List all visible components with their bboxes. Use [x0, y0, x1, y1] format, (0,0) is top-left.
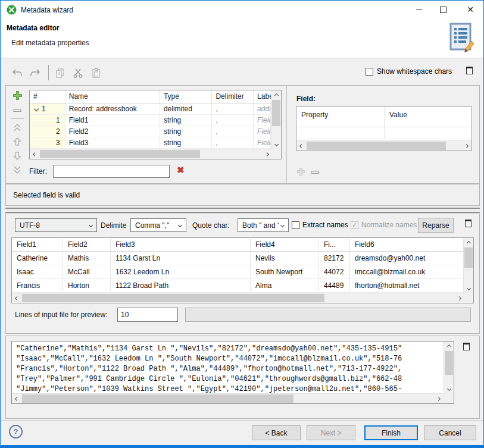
scrollbar-thumb[interactable] [22, 294, 324, 302]
grid-row-field[interactable]: 3Field3string,Field. [30, 137, 271, 149]
scroll-down-arrow[interactable] [271, 139, 282, 149]
field-add-button[interactable] [296, 167, 305, 176]
grid-row-field[interactable]: 2Field2string,Field. [30, 126, 271, 137]
col-header-delimiter[interactable]: Delimiter [212, 90, 254, 103]
field-empty-row[interactable] [296, 127, 471, 139]
move-down-button[interactable] [11, 150, 24, 162]
preview-col-header[interactable]: Field2 [63, 238, 111, 251]
scroll-up-arrow[interactable] [464, 238, 474, 248]
checkbox-box[interactable] [366, 68, 373, 76]
move-up-button[interactable] [11, 136, 24, 148]
move-bottom-button[interactable] [11, 164, 24, 176]
help-button[interactable]: ? [9, 425, 23, 438]
grid-cell-type[interactable]: delimited [160, 104, 213, 114]
reparse-button[interactable]: Reparse [418, 218, 454, 233]
grid-horizontal-scrollbar[interactable] [30, 149, 272, 159]
col-header-property[interactable]: Property [296, 107, 385, 127]
grid-cell-delimiter[interactable]: , [212, 137, 254, 148]
move-top-button[interactable] [11, 121, 24, 133]
grid-cell-name[interactable]: Field2 [65, 126, 160, 137]
grid-cell-type[interactable]: string [160, 126, 213, 137]
preview-horizontal-scrollbar[interactable] [12, 293, 464, 303]
grid-cell-label[interactable]: Field. [254, 126, 271, 137]
scrollbar-thumb[interactable] [40, 150, 200, 158]
grid-cell-name[interactable]: Field1 [65, 115, 160, 126]
grid-row-record[interactable]: 1Record: addressbookdelimited,addr [30, 104, 271, 115]
cancel-button[interactable]: Cancel [424, 425, 476, 440]
expand-chevron-icon[interactable] [34, 106, 39, 111]
preview-vertical-scrollbar[interactable] [463, 238, 473, 293]
preview-col-header[interactable]: Field1 [12, 238, 63, 251]
maximize-view-icon[interactable] [463, 343, 470, 350]
scrollbar-thumb[interactable] [464, 248, 473, 268]
maximize-view-icon[interactable] [466, 67, 473, 74]
scroll-left-arrow[interactable] [12, 394, 22, 403]
scroll-right-arrow[interactable] [461, 141, 471, 151]
grid-cell-type[interactable]: string [160, 115, 213, 126]
grid-cell-num[interactable]: 3 [30, 137, 65, 148]
copy-button[interactable] [53, 66, 67, 80]
grid-cell-label[interactable]: Field [254, 115, 271, 126]
scroll-down-arrow[interactable] [444, 384, 454, 393]
grid-cell-label[interactable]: Field. [254, 137, 271, 148]
grid-cell-num[interactable]: 1 [30, 104, 65, 114]
grid-cell-type[interactable]: string [160, 137, 213, 148]
maximize-view-icon[interactable] [465, 220, 471, 227]
delimiter-select[interactable]: Comma "," [130, 218, 186, 232]
filter-input[interactable] [53, 165, 170, 178]
quote-char-select[interactable]: Both " and ' [238, 218, 289, 232]
scroll-up-arrow[interactable] [271, 90, 282, 100]
preview-col-header[interactable]: Field3 [111, 238, 251, 251]
remove-field-button[interactable] [11, 105, 24, 117]
scrollbar-thumb[interactable] [22, 394, 293, 403]
close-button[interactable]: ✕ [460, 1, 480, 18]
checkbox-box[interactable] [292, 221, 299, 229]
charset-select[interactable]: UTF-8 [15, 218, 97, 232]
grid-cell-delimiter[interactable]: , [212, 104, 254, 114]
col-header-name[interactable]: Name [65, 90, 160, 103]
preview-row[interactable]: FrancisHorton1122 Broad PathAlma44489fho… [12, 279, 463, 293]
scroll-left-arrow[interactable] [30, 149, 40, 159]
maximize-button[interactable] [433, 1, 453, 18]
scroll-left-arrow[interactable] [12, 293, 22, 303]
paste-button[interactable] [89, 66, 103, 80]
back-button[interactable]: < Back [252, 425, 301, 440]
grid-cell-delimiter[interactable]: , [212, 126, 254, 137]
preview-lines-input[interactable] [117, 308, 178, 322]
field-horizontal-scrollbar[interactable] [296, 140, 471, 151]
minimize-button[interactable] [409, 1, 429, 18]
preview-col-header[interactable]: Field4 [251, 238, 319, 251]
redo-button[interactable] [28, 66, 42, 80]
col-header-num[interactable]: # [30, 90, 65, 103]
clear-filter-icon[interactable]: ✖ [177, 165, 185, 176]
show-whitespace-checkbox[interactable]: Show whitespace chars [366, 67, 452, 76]
raw-data-textarea[interactable]: "Catherine","Mathis","1134 Garst Ln ","N… [11, 341, 454, 404]
scroll-right-arrow[interactable] [433, 394, 444, 403]
preview-col-header[interactable]: Fi... [319, 238, 350, 251]
grid-cell-label[interactable]: addr [254, 104, 271, 114]
extract-names-checkbox[interactable]: Extract names [292, 221, 348, 229]
cut-button[interactable] [71, 66, 85, 80]
preview-col-header[interactable]: Field6 [350, 238, 464, 251]
scroll-down-arrow[interactable] [464, 283, 474, 293]
scroll-up-arrow[interactable] [444, 342, 454, 351]
grid-row-field[interactable]: 1Field1string,Field [30, 115, 271, 126]
col-header-type[interactable]: Type [160, 90, 213, 103]
scrollbar-thumb[interactable] [272, 100, 280, 126]
add-field-button[interactable] [11, 89, 24, 101]
grid-cell-name[interactable]: Record: addressbook [65, 104, 160, 114]
horizontal-splitter[interactable] [5, 208, 480, 213]
undo-button[interactable] [10, 66, 24, 80]
preview-row[interactable]: IsaacMcCall1632 Leedom LnSouth Newport44… [12, 265, 463, 279]
scrollbar-thumb[interactable] [307, 142, 446, 150]
grid-cell-delimiter[interactable]: , [212, 115, 254, 126]
field-remove-button[interactable] [311, 170, 320, 175]
preview-row[interactable]: CatherineMathis1134 Garst LnNevils82172d… [12, 252, 463, 265]
vertical-splitter[interactable] [286, 85, 287, 184]
raw-horizontal-scrollbar[interactable] [12, 393, 444, 403]
finish-button[interactable]: Finish [364, 425, 418, 440]
grid-cell-name[interactable]: Field3 [65, 137, 160, 148]
grid-cell-num[interactable]: 1 [30, 115, 65, 126]
grid-vertical-scrollbar[interactable] [271, 90, 281, 149]
col-header-label[interactable]: Labe [254, 90, 271, 103]
